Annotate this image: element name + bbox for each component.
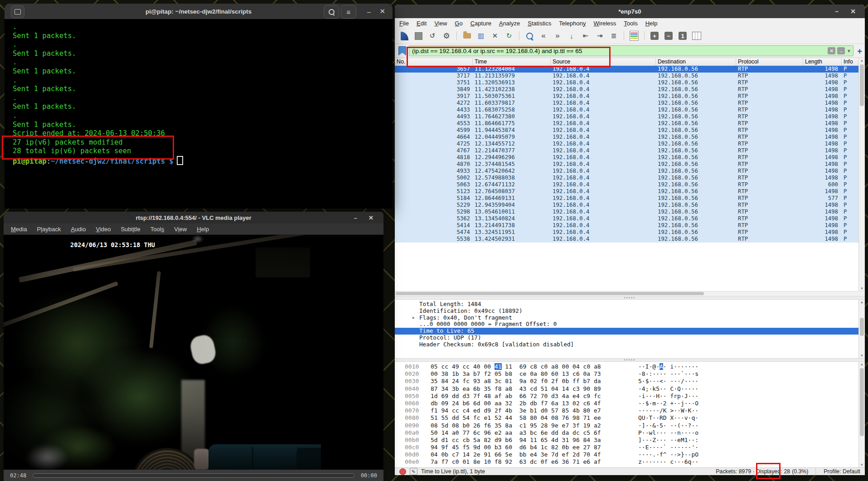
restart-capture-icon[interactable]: ↺ xyxy=(427,30,438,41)
terminal-menu-button[interactable]: ≡ xyxy=(341,5,356,19)
packet-row[interactable]: 449311.764627380192.168.0.4192.168.0.56R… xyxy=(395,113,859,120)
packet-list-header[interactable]: No.TimeSourceDestinationProtocolLengthIn… xyxy=(395,58,865,66)
scroll-down-icon[interactable]: ▼ xyxy=(859,462,865,467)
packet-row[interactable]: 384911.423102238192.168.0.4192.168.0.56R… xyxy=(395,86,859,93)
scroll-down-icon[interactable]: ▼ xyxy=(859,353,865,358)
vlc-titlebar[interactable]: rtsp://192.168.0.4:554/ - VLC media play… xyxy=(4,212,383,223)
filter-apply-icon[interactable]: → xyxy=(837,47,845,54)
packet-row[interactable]: 522912.943599404192.168.0.4192.168.0.56R… xyxy=(395,202,859,209)
column-header-source[interactable]: Source xyxy=(551,58,656,66)
save-file-icon[interactable]: ▥ xyxy=(475,30,487,41)
scroll-up-icon[interactable]: ▲ xyxy=(859,58,865,63)
hex-row[interactable]: 0070f1 94 cc c4 ed d9 2f 4b 3e b1 d0 57 … xyxy=(395,407,865,414)
filter-bookmark-icon[interactable] xyxy=(398,46,406,56)
detail-row[interactable]: Total Length: 1484 xyxy=(395,301,865,308)
last-packet-icon[interactable]: ⇥ xyxy=(594,30,606,41)
hex-row[interactable]: 00a050 14 a0 77 6c 96 e2 aa a3 bc 6e dd … xyxy=(395,429,865,437)
detail-row[interactable]: Time to Live: 65 xyxy=(395,328,865,335)
stop-capture-icon[interactable] xyxy=(412,30,424,41)
packet-row[interactable]: 459911.944453874192.168.0.4192.168.0.56R… xyxy=(395,127,859,134)
packet-row[interactable]: 365711.123284004192.168.0.4192.168.0.56R… xyxy=(395,66,859,73)
hex-row[interactable]: 00501d 69 dd d3 7f 48 af ab 66 72 70 d3 … xyxy=(395,393,865,400)
terminal-minimize-button[interactable]: – xyxy=(367,4,371,19)
detail-row[interactable]: Protocol: UDP (17) xyxy=(395,335,865,341)
menu-capture[interactable]: Capture xyxy=(470,20,491,27)
wireshark-titlebar[interactable]: *enp7s0 – ✕ xyxy=(395,5,865,18)
hex-row[interactable]: 008051 55 dd 54 fc e1 52 44 58 80 04 08 … xyxy=(395,414,865,422)
packet-row[interactable]: 455311.864661775192.168.0.4192.168.0.56R… xyxy=(395,120,859,127)
packet-row[interactable]: 487012.374481545192.168.0.4192.168.0.56R… xyxy=(395,161,859,168)
start-capture-icon[interactable] xyxy=(398,30,410,41)
column-header-no[interactable]: No. xyxy=(395,58,473,66)
packet-row[interactable]: 547413.324511951192.168.0.4192.168.0.56R… xyxy=(395,229,859,236)
menu-tools[interactable]: Tools xyxy=(624,20,637,27)
packet-row[interactable]: 443311.683075258192.168.0.4192.168.0.56R… xyxy=(395,107,859,113)
auto-scroll-icon[interactable]: ≣ xyxy=(608,30,620,41)
resize-columns-icon[interactable] xyxy=(691,30,703,41)
packet-row[interactable]: 529813.054610011192.168.0.4192.168.0.56R… xyxy=(395,209,859,215)
menu-file[interactable]: File xyxy=(399,20,409,27)
menu-statistics[interactable]: Statistics xyxy=(528,20,551,27)
menu-audio[interactable]: Audio xyxy=(71,226,86,233)
details-vscrollbar[interactable]: ▲ ▼ xyxy=(858,300,865,358)
menu-help[interactable]: Help xyxy=(645,20,658,27)
detail-row[interactable]: Identification: 0x49cc (18892) xyxy=(395,308,865,315)
filter-dropdown-icon[interactable]: ▼ xyxy=(847,49,851,53)
menu-view[interactable]: View xyxy=(174,226,187,233)
packet-row[interactable]: 466412.044495079192.168.0.4192.168.0.56R… xyxy=(395,134,859,141)
filter-clear-icon[interactable]: ✕ xyxy=(828,47,835,54)
packet-row[interactable]: 391711.503075361192.168.0.4192.168.0.56R… xyxy=(395,93,859,100)
zoom-100-icon[interactable]: 1 xyxy=(677,30,689,41)
packet-row[interactable]: 518412.864469131192.168.0.4192.168.0.56R… xyxy=(395,195,859,202)
capture-file-icon[interactable] xyxy=(399,468,406,475)
menu-help[interactable]: Help xyxy=(197,226,209,233)
scroll-up-icon[interactable]: ▲ xyxy=(859,300,865,305)
vlc-video-surface[interactable]: 2024/06/13 02:53:18 THU xyxy=(4,235,383,470)
bytes-vscrollbar[interactable]: ▲ ▼ xyxy=(858,362,865,467)
packet-list-vscrollbar[interactable]: ▲ ▼ xyxy=(858,58,865,291)
column-header-length[interactable]: Length xyxy=(803,58,842,66)
status-profile[interactable]: Profile: Default xyxy=(824,468,860,475)
expert-info-icon[interactable]: ✎ xyxy=(410,468,417,475)
hex-row[interactable]: 00c094 9f 45 f5 9d 00 b3 60 d6 b4 1c 82 … xyxy=(395,444,865,451)
vlc-close-button[interactable]: ✕ xyxy=(369,212,373,223)
close-file-icon[interactable]: ✕ xyxy=(489,30,501,41)
packet-row[interactable]: 512312.764508037192.168.0.4192.168.0.56R… xyxy=(395,188,859,195)
packet-list-hscrollbar[interactable] xyxy=(395,291,865,296)
pane-splitter-1[interactable]: ••••• xyxy=(395,296,865,300)
packet-row[interactable]: 476712.214470377192.168.0.4192.168.0.56R… xyxy=(395,147,859,154)
seek-slider[interactable] xyxy=(33,473,354,478)
go-forward-icon[interactable]: » xyxy=(552,30,563,41)
packet-row[interactable]: 427211.603379817192.168.0.4192.168.0.56R… xyxy=(395,100,859,107)
zoom-out-icon[interactable]: − xyxy=(663,30,674,41)
terminal-search-button[interactable] xyxy=(324,5,339,19)
packet-row[interactable]: 375111.320536913192.168.0.4192.168.0.56R… xyxy=(395,79,859,86)
menu-tools[interactable]: Tools xyxy=(150,226,164,233)
hex-row[interactable]: 001005 cc 49 cc 40 00 41 11 69 c8 c0 a8 … xyxy=(395,363,865,370)
packet-row[interactable]: 493312.475420642192.168.0.4192.168.0.56R… xyxy=(395,168,859,175)
go-to-packet-icon[interactable]: ↓ xyxy=(566,30,577,41)
open-file-icon[interactable] xyxy=(461,30,473,41)
find-packet-icon[interactable] xyxy=(524,30,535,41)
terminal-close-button[interactable]: ✕ xyxy=(379,4,385,19)
display-filter-input[interactable]: (ip.dst == 192.168.0.4 or ip.src == 192.… xyxy=(409,45,853,56)
go-back-icon[interactable]: « xyxy=(538,30,549,41)
vlc-minimize-button[interactable]: – xyxy=(354,212,357,223)
detail-row[interactable]: Header Checksum: 0x69c8 [validation disa… xyxy=(395,341,865,348)
pane-splitter-2[interactable]: ••••• xyxy=(395,358,865,362)
hex-row[interactable]: 004087 34 3b ea 6b 35 f8 a8 43 cd 51 04 … xyxy=(395,385,865,393)
first-packet-icon[interactable]: ⇤ xyxy=(580,30,592,41)
menu-view[interactable]: View xyxy=(434,20,447,27)
new-tab-button[interactable] xyxy=(11,5,24,18)
filter-add-button[interactable]: + xyxy=(857,47,862,55)
column-header-time[interactable]: Time xyxy=(473,58,551,66)
menu-analyze[interactable]: Analyze xyxy=(499,20,520,27)
detail-row[interactable]: ...0 0000 0000 0000 = Fragment Offset: 0 xyxy=(395,321,865,328)
wireshark-minimize-button[interactable]: – xyxy=(835,5,839,18)
hex-row[interactable]: 0060db 09 24 b6 6d 00 aa 32 2b db f7 6a … xyxy=(395,400,865,407)
menu-go[interactable]: Go xyxy=(455,20,462,27)
packet-row[interactable]: 371711.213135979192.168.0.4192.168.0.56R… xyxy=(395,73,859,79)
hex-row[interactable]: 009008 5d 08 b0 26 f6 35 8a c1 95 28 9e … xyxy=(395,422,865,429)
hex-row[interactable]: 00b05d d1 cc cb 5a 82 d9 b6 94 11 65 4d … xyxy=(395,437,865,444)
hex-row[interactable]: 00e07a f7 c0 01 8e 10 f8 92 63 dc 0f e6 … xyxy=(395,458,865,466)
